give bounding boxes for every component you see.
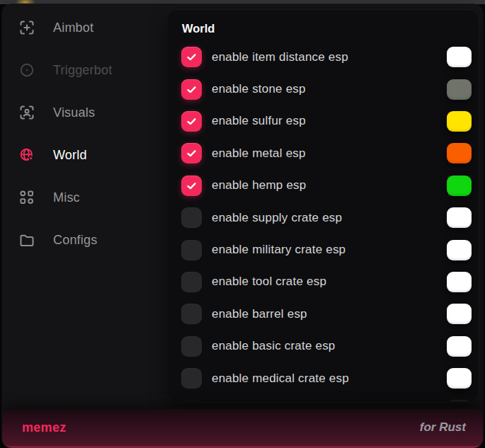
sidebar-item[interactable]: Visuals xyxy=(2,91,165,134)
color-swatch[interactable] xyxy=(447,143,472,163)
visuals-person-scan-icon xyxy=(18,104,35,121)
misc-grid-icon xyxy=(18,189,35,206)
esp-setting-label: enable stone esp xyxy=(212,82,447,96)
aimbot-crosshair-icon xyxy=(18,19,35,36)
esp-setting-row: enable medical crate esp xyxy=(181,362,472,394)
check-icon xyxy=(186,180,198,192)
world-settings-panel: World enable item distance esp enable st… xyxy=(167,10,479,402)
sidebar: Aimbot Triggerbot Visuals World Misc Con… xyxy=(2,4,165,261)
esp-setting-label: enable tool crate esp xyxy=(212,275,447,289)
esp-setting-label: enable basic crate esp xyxy=(212,339,447,353)
color-swatch[interactable] xyxy=(447,207,472,228)
esp-checkbox[interactable] xyxy=(181,143,202,163)
cheat-menu-window: Aimbot Triggerbot Visuals World Misc Con… xyxy=(2,4,483,448)
check-icon xyxy=(186,51,198,63)
esp-setting-row: enable sulfur esp xyxy=(181,105,472,137)
color-swatch[interactable] xyxy=(447,400,472,402)
esp-checkbox[interactable] xyxy=(181,304,202,324)
color-swatch[interactable] xyxy=(447,272,472,292)
esp-setting-label: enable supply crate esp xyxy=(212,211,447,225)
esp-checkbox[interactable] xyxy=(181,111,202,132)
sidebar-item[interactable]: Triggerbot xyxy=(2,49,165,91)
footer-tagline: for Rust xyxy=(420,420,466,435)
sidebar-item-label: World xyxy=(53,148,87,163)
esp-checkbox[interactable] xyxy=(181,47,202,67)
sidebar-item[interactable]: Configs xyxy=(2,219,165,261)
configs-folder-icon xyxy=(18,231,35,248)
color-swatch[interactable] xyxy=(447,368,472,389)
check-icon xyxy=(186,84,198,96)
esp-setting-row: enable basic crate esp xyxy=(181,331,472,362)
esp-checkbox[interactable] xyxy=(181,176,202,196)
settings-list: enable item distance esp enable stone es… xyxy=(181,41,472,402)
esp-setting-row: enable supply crate esp xyxy=(181,202,472,234)
esp-setting-label: enable hemp esp xyxy=(212,178,447,193)
color-swatch[interactable] xyxy=(447,111,472,132)
check-icon xyxy=(186,115,198,127)
color-swatch[interactable] xyxy=(447,47,472,67)
esp-checkbox[interactable] xyxy=(181,240,202,260)
color-swatch[interactable] xyxy=(447,304,472,324)
esp-setting-label: enable barrel esp xyxy=(212,307,447,321)
color-swatch[interactable] xyxy=(447,240,472,260)
footer-bar: memez for Rust xyxy=(2,409,483,448)
esp-setting-label: enable item distance esp xyxy=(212,50,447,64)
page-title: World xyxy=(182,22,472,35)
esp-setting-row xyxy=(181,394,472,402)
esp-checkbox[interactable] xyxy=(181,368,202,389)
sidebar-item-label: Configs xyxy=(53,233,97,248)
triggerbot-target-icon xyxy=(18,62,35,79)
brand-logo: memez xyxy=(22,420,67,435)
esp-checkbox[interactable] xyxy=(181,336,202,357)
esp-checkbox[interactable] xyxy=(181,79,202,100)
esp-checkbox[interactable] xyxy=(181,272,202,292)
esp-setting-label: enable sulfur esp xyxy=(212,114,447,128)
sidebar-item[interactable]: Aimbot xyxy=(2,6,165,49)
color-swatch[interactable] xyxy=(447,176,472,196)
sidebar-item-label: Visuals xyxy=(53,105,95,120)
color-swatch[interactable] xyxy=(447,336,472,357)
esp-setting-row: enable metal esp xyxy=(181,137,472,169)
world-globe-icon xyxy=(18,147,35,163)
color-swatch[interactable] xyxy=(447,79,472,100)
esp-setting-label: enable metal esp xyxy=(212,147,447,161)
esp-setting-label: enable medical crate esp xyxy=(212,372,447,386)
sidebar-item[interactable]: World xyxy=(2,134,165,176)
sidebar-item[interactable]: Misc xyxy=(2,176,165,219)
esp-checkbox[interactable] xyxy=(181,400,202,402)
esp-setting-row: enable stone esp xyxy=(181,73,472,105)
check-icon xyxy=(186,147,198,159)
esp-setting-label: enable military crate esp xyxy=(212,243,447,257)
esp-setting-row: enable item distance esp xyxy=(181,41,472,73)
esp-checkbox[interactable] xyxy=(181,207,202,228)
esp-setting-row: enable hemp esp xyxy=(181,170,472,202)
sidebar-item-label: Misc xyxy=(53,190,80,205)
esp-setting-row: enable tool crate esp xyxy=(181,266,472,298)
esp-setting-row: enable military crate esp xyxy=(181,234,472,265)
esp-setting-row: enable barrel esp xyxy=(181,298,472,330)
sidebar-item-label: Aimbot xyxy=(53,21,93,35)
sidebar-item-label: Triggerbot xyxy=(53,63,112,78)
